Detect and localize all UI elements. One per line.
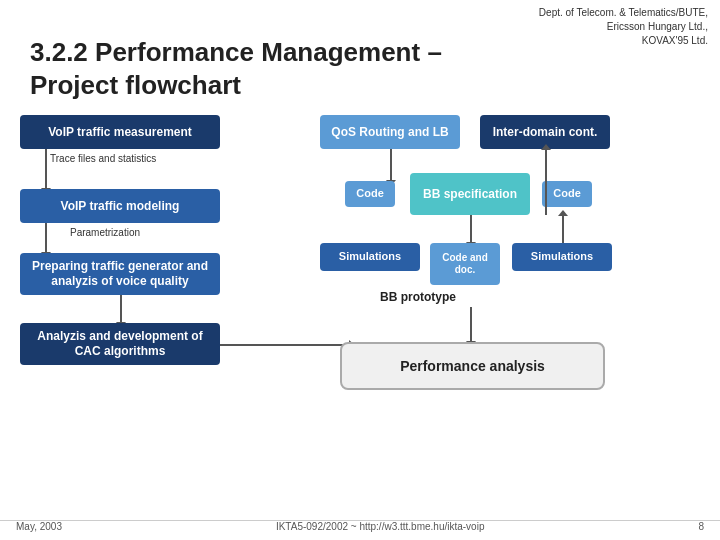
label-perf: Performance analysis [400,358,545,374]
flowchart: VoIP traffic measurement Trace files and… [20,115,700,504]
footer-url: IKTA5-092/2002 ~ http://w3.ttt.bme.hu/ik… [276,521,485,532]
logo-line3: KOVAX'95 Ltd. [642,35,708,46]
footer-date: May, 2003 [16,521,62,532]
box-qos: QoS Routing and LB [320,115,460,149]
box-cac: Analyzis and development of CAC algorith… [20,323,220,365]
box-simulations1: Simulations [320,243,420,271]
footer-page: 8 [698,521,704,532]
arrow-inter-up [545,149,547,215]
footer: May, 2003 IKTA5-092/2002 ~ http://w3.ttt… [0,520,720,532]
box-code-doc: Code and doc. [430,243,500,285]
perf-analysis-box: Performance analysis [340,342,605,390]
logo-line2: Ericsson Hungary Ltd., [607,21,708,32]
arrow-qos-down [390,149,392,181]
label-trace: Trace files and statistics [50,153,156,164]
arrow-model-to-gen [45,223,47,253]
label-bb-proto: BB prototype [380,290,456,304]
box-voip-model: VoIP traffic modeling [20,189,220,223]
title-line1: 3.2.2 Performance Management – [30,36,442,69]
arrow-cac-to-perf [220,344,350,346]
page-title: 3.2.2 Performance Management – Project f… [30,36,442,101]
arrow-bbproto-down [470,307,472,342]
box-code1: Code [345,181,395,207]
title-line2: Project flowchart [30,69,442,102]
logo-line1: Dept. of Telecom. & Telematics/BUTE, [539,7,708,18]
arrow-bbspec-down [470,215,472,243]
header-logo: Dept. of Telecom. & Telematics/BUTE, Eri… [539,6,708,48]
arrow-voip-to-model [45,149,47,189]
box-voip-traffic: VoIP traffic measurement [20,115,220,149]
box-simulations2: Simulations [512,243,612,271]
box-traffic-gen: Preparing traffic generator and analyzis… [20,253,220,295]
box-bb-spec: BB specification [410,173,530,215]
arrow-gen-to-cac [120,295,122,323]
box-code2: Code [542,181,592,207]
arrow-sim2-up [562,215,564,243]
label-param: Parametrization [70,227,140,238]
